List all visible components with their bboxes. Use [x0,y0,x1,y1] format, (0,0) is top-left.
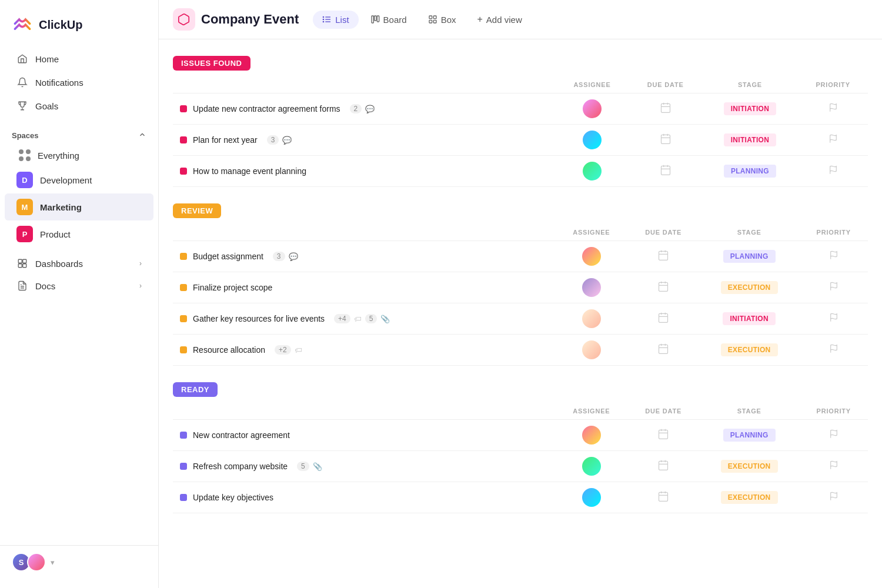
development-icon: D [16,172,33,188]
task-meta: 5 📎 [297,462,322,471]
plus-icon: + [477,14,483,25]
task-name-cell: Gather key resources for live events +4 … [180,314,548,323]
sidebar: ClickUp Home Notifications Goals Spaces … [0,0,159,588]
sidebar-item-home[interactable]: Home [5,47,153,71]
tab-box-label: Box [441,15,456,25]
attach-icon: 📎 [380,315,390,323]
sidebar-item-dashboards[interactable]: Dashboards › [5,252,153,275]
task-name: Resource allocation [193,345,265,355]
table-row[interactable]: Plan for next year 3 💬 [173,125,868,156]
col-header-task [173,403,555,420]
priority-flag[interactable] [829,345,838,355]
due-date-calendar[interactable] [657,430,669,442]
svg-rect-42 [659,313,668,322]
table-row[interactable]: Resource allocation +2 🏷 [173,335,868,366]
task-comment-count: 2 [350,104,362,113]
due-date-calendar[interactable] [657,462,669,473]
attach-icon: 📎 [313,462,322,471]
tab-list-label: List [335,15,349,25]
everything-icon [19,149,31,161]
svg-rect-32 [659,251,668,260]
priority-flag[interactable] [828,135,838,145]
task-dot-purple [180,494,187,501]
table-row[interactable]: New contractor agreement PLANNI [173,420,868,451]
sidebar-item-everything[interactable]: Everything [5,144,153,166]
task-dot-red [180,168,187,175]
table-row[interactable]: Update new contractor agreement forms 2 … [173,93,868,125]
spaces-collapse-icon[interactable] [138,131,146,141]
task-comment-count: 3 [267,135,279,145]
sidebar-item-docs-label: Docs [35,281,55,291]
due-date-calendar[interactable] [660,166,671,178]
sidebar-item-docs[interactable]: Docs › [5,275,153,297]
task-meta: 3 💬 [267,135,292,145]
assignee-avatar [583,162,602,181]
table-row[interactable]: Update key objectives EXECUTION [173,482,868,513]
svg-rect-22 [661,135,670,143]
dashboards-expand-icon: › [139,259,142,268]
priority-flag[interactable] [829,252,838,262]
priority-flag[interactable] [828,104,838,114]
sidebar-item-product-label: Product [40,229,71,239]
table-row[interactable]: How to manage event planning PL [173,156,868,187]
tab-list[interactable]: List [313,11,358,29]
priority-flag[interactable] [829,430,838,440]
bell-icon [16,76,28,88]
priority-flag[interactable] [829,493,838,503]
svg-rect-47 [659,345,668,353]
due-date-calendar[interactable] [657,283,669,295]
col-header-priority: PRIORITY [798,76,868,93]
svg-rect-16 [433,20,436,23]
sidebar-item-development[interactable]: D Development [5,166,153,193]
task-dot-yellow [180,284,187,291]
due-date-calendar[interactable] [660,104,671,116]
avatar-secondary [27,553,46,572]
assignee-avatar [583,99,602,118]
tab-board[interactable]: Board [361,11,416,29]
due-date-calendar[interactable] [657,493,669,505]
svg-rect-27 [661,166,670,175]
priority-flag[interactable] [829,462,838,472]
task-name: Plan for next year [193,135,258,145]
col-header-assignee: ASSIGNEE [555,224,627,241]
tag-icon: 🏷 [295,346,302,355]
sidebar-item-goals[interactable]: Goals [5,94,153,118]
comment-icon: 💬 [282,136,292,145]
stage-badge: INITIATION [723,312,775,325]
sidebar-item-notifications-label: Notifications [35,78,83,88]
col-header-stage: STAGE [699,224,800,241]
svg-rect-0 [18,259,22,263]
priority-flag[interactable] [829,314,838,324]
due-date-calendar[interactable] [657,314,669,326]
svg-rect-3 [23,264,26,268]
table-row[interactable]: Gather key resources for live events +4 … [173,303,868,335]
assignee-avatar [582,278,601,297]
add-view-label: Add view [486,15,522,25]
user-profile-area[interactable]: S ▾ [0,545,158,579]
tab-box[interactable]: Box [419,11,466,29]
assignee-avatar [582,309,601,328]
sidebar-item-notifications[interactable]: Notifications [5,71,153,94]
table-row[interactable]: Finalize project scope EXECUTIO [173,272,868,303]
due-date-calendar[interactable] [660,135,671,147]
due-date-calendar[interactable] [657,345,669,357]
sidebar-item-marketing-label: Marketing [40,202,82,212]
main-content: Company Event List Board Box + Add view [159,0,882,588]
add-view-button[interactable]: + Add view [468,10,532,29]
task-name: New contractor agreement [193,430,290,440]
comment-icon: 💬 [289,252,298,261]
table-row[interactable]: Budget assignment 3 💬 [173,241,868,272]
sidebar-item-marketing[interactable]: M Marketing [5,193,153,220]
priority-flag[interactable] [829,283,838,293]
task-meta: +2 🏷 [275,345,302,355]
stage-badge: PLANNING [724,165,776,178]
task-name: Update key objectives [193,493,273,502]
priority-flag[interactable] [828,166,838,176]
table-row[interactable]: Refresh company website 5 📎 [173,451,868,482]
svg-rect-13 [429,16,432,19]
tag-icon: 🏷 [354,315,362,323]
due-date-calendar[interactable] [657,252,669,263]
col-header-task [173,224,555,241]
sidebar-item-product[interactable]: P Product [5,220,153,248]
user-menu-arrow[interactable]: ▾ [51,558,55,567]
